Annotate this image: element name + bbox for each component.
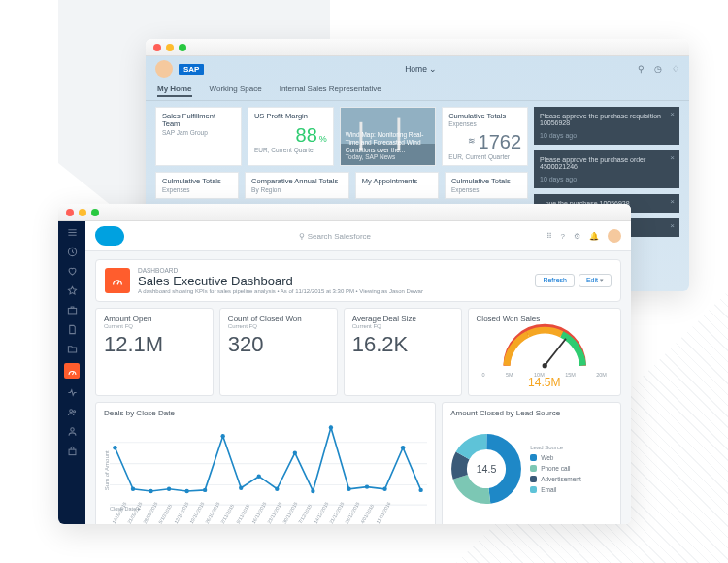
tile-row2-2[interactable]: Comparative Annual TotalsBy Region [245,172,349,198]
svg-point-31 [382,487,386,491]
gear-icon[interactable]: ⚙ [574,232,580,241]
close-icon[interactable]: × [670,110,675,118]
dashboard-header: DASHBOARD Sales Executive Dashboard A da… [95,259,621,302]
svg-point-27 [311,489,314,493]
kpi-amount-open[interactable]: Amount OpenCurrent FQ12.1M [95,308,214,396]
svg-point-19 [167,487,171,491]
users-icon[interactable] [67,407,78,417]
minimize-icon[interactable] [79,209,86,216]
svg-point-20 [184,489,188,493]
maximize-icon[interactable] [91,209,99,216]
star-icon[interactable] [67,285,78,296]
svg-point-18 [149,489,152,493]
svg-point-6 [69,410,72,413]
folder-icon[interactable] [67,344,78,354]
donut-chart: 14.5 [450,433,522,505]
apps-icon[interactable]: ⠿ [546,232,552,241]
svg-point-25 [275,487,279,491]
svg-line-10 [545,339,566,366]
bag-icon[interactable] [67,446,78,456]
menu-icon[interactable] [67,227,78,238]
topbar: ⚲ Search Salesforce ⠿ ? ⚙ 🔔 [85,221,631,251]
refresh-button[interactable]: Refresh [535,274,575,287]
notification[interactable]: ×Please approve the purchase requisition… [534,107,679,145]
search-icon[interactable]: ⚲ [638,64,645,74]
svg-point-30 [365,484,369,488]
deals-chart-card[interactable]: Deals by Close Date Sum of Amount [95,402,436,524]
sap-logo: SAP [179,64,204,75]
svg-point-29 [347,487,350,491]
gauge-closed-won[interactable]: Closed Won Sales 05M10M15M20M 14.5M [468,308,621,396]
close-icon[interactable]: × [670,197,675,206]
heart-icon[interactable] [67,266,78,277]
dashboard-subtitle: A dashboard showing KPIs for sales pipel… [138,288,423,294]
svg-rect-5 [68,308,76,314]
clock-icon[interactable] [67,247,78,257]
tile-row2-3[interactable]: My Appointments [355,172,439,198]
person-icon[interactable] [67,426,78,437]
tile-row2-4[interactable]: Culmulative TotalsExpenses [445,172,528,198]
help-icon[interactable]: ? [561,232,565,241]
svg-point-28 [329,425,333,429]
notification[interactable]: ×Please approve the purchase order 45000… [534,150,679,188]
salesforce-logo[interactable] [95,226,124,246]
dashboard-icon[interactable] [64,363,80,379]
svg-point-24 [257,475,261,479]
chevron-down-icon: ▾ [600,277,604,283]
tile-row2-1[interactable]: Culmulative TotalsExpenses [155,172,239,198]
close-icon[interactable]: × [670,153,675,162]
chevron-down-icon: ⌄ [429,64,437,74]
y-axis-label: Sum of Amount [104,421,110,520]
bell-icon[interactable]: ♢ [672,64,679,74]
legend: Lead Source Web Phone call Advertisement… [530,445,581,493]
pulse-icon[interactable] [67,387,78,398]
svg-point-21 [203,488,207,492]
page-title: Sales Executive Dashboard [138,274,423,288]
tile-news[interactable]: Wind Map: Monitoring Real-Time and Forec… [340,107,436,166]
avatar[interactable] [608,229,621,243]
svg-point-8 [70,428,73,431]
minimize-icon[interactable] [166,44,174,51]
kpi-closed-won[interactable]: Count of Closed WonCurrent FQ320 [219,308,338,396]
copilot-icon[interactable]: ◷ [654,64,662,74]
close-icon[interactable] [153,44,161,51]
maximize-icon[interactable] [179,44,186,51]
kpi-avg-deal[interactable]: Average Deal SizeCurrent FQ16.2K [344,308,462,396]
svg-point-7 [73,411,75,413]
tab-my-home[interactable]: My Home [157,84,192,97]
salesforce-window: ⚲ Search Salesforce ⠿ ? ⚙ 🔔 DASHBOARD Sa… [58,204,631,524]
tile-cumulative[interactable]: Cumulative Totals Expenses ≋1762 EUR, Cu… [442,107,528,166]
svg-point-32 [401,446,405,449]
sidebar [58,221,85,524]
svg-point-16 [113,446,116,449]
tile-sales-fulfillment[interactable]: Sales Fulfillment Team SAP Jam Group [155,107,242,166]
close-icon[interactable]: × [670,221,675,230]
briefcase-icon[interactable] [67,305,78,315]
svg-point-23 [239,486,243,490]
svg-point-33 [418,488,422,492]
tab-internal-sales[interactable]: Internal Sales Representative [280,84,381,97]
file-icon[interactable] [67,324,78,335]
gauge-value: 14.5M [477,376,612,389]
tab-working-space[interactable]: Working Space [210,84,262,97]
line-chart [110,421,427,506]
window-titlebar [58,204,631,221]
bell-icon[interactable]: 🔔 [589,232,599,241]
edit-button[interactable]: Edit▾ [579,274,612,287]
donut-card[interactable]: Amount Closed by Lead Source 14.5 Lead S… [442,402,621,524]
dashboard-icon [105,268,130,293]
close-icon[interactable] [66,209,74,216]
svg-point-17 [131,487,135,491]
search-input[interactable]: ⚲ Search Salesforce [132,232,539,241]
dashboard-label: DASHBOARD [138,267,423,274]
svg-point-11 [542,363,546,368]
avatar[interactable] [155,60,173,78]
svg-rect-9 [69,449,76,455]
tile-us-profit[interactable]: US Profit Margin 88% EUR, Current Quarte… [248,107,334,166]
svg-point-26 [293,451,297,455]
x-axis-ticks: 14/09/201521/09/201528/09/20155/10/20151… [110,514,427,520]
window-titlebar [146,39,689,56]
nav-center[interactable]: Home ⌄ [405,64,437,74]
svg-text:14.5: 14.5 [477,463,497,475]
sap-header: SAP Home ⌄ ⚲ ◷ ♢ [146,56,689,82]
